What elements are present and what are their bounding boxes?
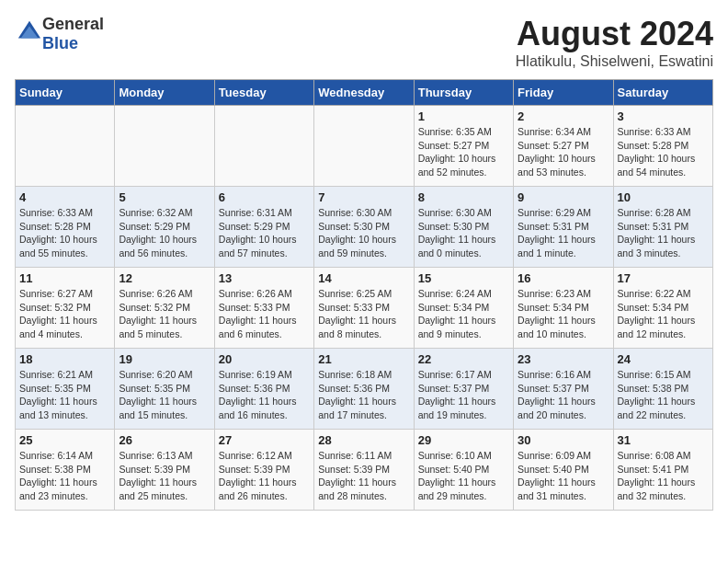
cell-info: Sunrise: 6:18 AM Sunset: 5:36 PM Dayligh… <box>318 368 409 422</box>
calendar-cell: 6Sunrise: 6:31 AM Sunset: 5:29 PM Daylig… <box>214 187 313 268</box>
day-number: 28 <box>318 433 409 447</box>
calendar-cell: 3Sunrise: 6:33 AM Sunset: 5:28 PM Daylig… <box>613 106 712 187</box>
day-number: 2 <box>518 109 609 123</box>
cell-info: Sunrise: 6:33 AM Sunset: 5:28 PM Dayligh… <box>618 125 709 179</box>
day-number: 27 <box>219 433 310 447</box>
day-number: 1 <box>418 109 509 123</box>
calendar-table: SundayMondayTuesdayWednesdayThursdayFrid… <box>15 79 713 511</box>
cell-info: Sunrise: 6:19 AM Sunset: 5:36 PM Dayligh… <box>219 368 310 422</box>
calendar-cell: 13Sunrise: 6:26 AM Sunset: 5:33 PM Dayli… <box>214 268 313 349</box>
calendar-cell: 31Sunrise: 6:08 AM Sunset: 5:41 PM Dayli… <box>613 430 712 511</box>
calendar-cell: 14Sunrise: 6:25 AM Sunset: 5:33 PM Dayli… <box>314 268 414 349</box>
calendar-cell: 21Sunrise: 6:18 AM Sunset: 5:36 PM Dayli… <box>314 349 414 430</box>
logo-general-text: General <box>42 15 104 33</box>
calendar-cell: 11Sunrise: 6:27 AM Sunset: 5:32 PM Dayli… <box>16 268 115 349</box>
calendar-cell: 24Sunrise: 6:15 AM Sunset: 5:38 PM Dayli… <box>613 349 712 430</box>
weekday-header-saturday: Saturday <box>613 80 712 106</box>
day-number: 10 <box>618 190 709 204</box>
calendar-cell: 10Sunrise: 6:28 AM Sunset: 5:31 PM Dayli… <box>613 187 712 268</box>
cell-info: Sunrise: 6:10 AM Sunset: 5:40 PM Dayligh… <box>418 449 509 503</box>
day-number: 5 <box>119 190 210 204</box>
calendar-cell: 17Sunrise: 6:22 AM Sunset: 5:34 PM Dayli… <box>613 268 712 349</box>
cell-info: Sunrise: 6:16 AM Sunset: 5:37 PM Dayligh… <box>518 368 609 422</box>
calendar-subtitle: Hlatikulu, Shiselweni, Eswatini <box>516 53 713 70</box>
calendar-cell: 1Sunrise: 6:35 AM Sunset: 5:27 PM Daylig… <box>414 106 513 187</box>
calendar-cell: 22Sunrise: 6:17 AM Sunset: 5:37 PM Dayli… <box>414 349 513 430</box>
cell-info: Sunrise: 6:14 AM Sunset: 5:38 PM Dayligh… <box>19 449 110 503</box>
cell-info: Sunrise: 6:08 AM Sunset: 5:41 PM Dayligh… <box>618 449 709 503</box>
day-number: 14 <box>318 271 409 285</box>
calendar-week-row: 25Sunrise: 6:14 AM Sunset: 5:38 PM Dayli… <box>16 430 713 511</box>
cell-info: Sunrise: 6:24 AM Sunset: 5:34 PM Dayligh… <box>418 287 509 341</box>
calendar-cell: 16Sunrise: 6:23 AM Sunset: 5:34 PM Dayli… <box>514 268 613 349</box>
calendar-week-row: 4Sunrise: 6:33 AM Sunset: 5:28 PM Daylig… <box>16 187 713 268</box>
calendar-cell: 27Sunrise: 6:12 AM Sunset: 5:39 PM Dayli… <box>214 430 313 511</box>
calendar-cell: 25Sunrise: 6:14 AM Sunset: 5:38 PM Dayli… <box>16 430 115 511</box>
cell-info: Sunrise: 6:29 AM Sunset: 5:31 PM Dayligh… <box>518 206 609 260</box>
day-number: 30 <box>518 433 609 447</box>
logo: General Blue <box>15 15 104 53</box>
day-number: 17 <box>618 271 709 285</box>
cell-info: Sunrise: 6:27 AM Sunset: 5:32 PM Dayligh… <box>19 287 110 341</box>
logo-icon <box>17 19 42 45</box>
day-number: 21 <box>318 352 409 366</box>
title-block: August 2024 Hlatikulu, Shiselweni, Eswat… <box>516 15 713 70</box>
calendar-cell: 8Sunrise: 6:30 AM Sunset: 5:30 PM Daylig… <box>414 187 513 268</box>
day-number: 18 <box>19 352 110 366</box>
calendar-cell: 19Sunrise: 6:20 AM Sunset: 5:35 PM Dayli… <box>115 349 214 430</box>
calendar-cell: 26Sunrise: 6:13 AM Sunset: 5:39 PM Dayli… <box>115 430 214 511</box>
cell-info: Sunrise: 6:32 AM Sunset: 5:29 PM Dayligh… <box>119 206 210 260</box>
day-number: 31 <box>618 433 709 447</box>
day-number: 3 <box>618 109 709 123</box>
weekday-header-sunday: Sunday <box>16 80 115 106</box>
day-number: 20 <box>219 352 310 366</box>
logo-blue-text: Blue <box>42 34 78 52</box>
calendar-cell: 12Sunrise: 6:26 AM Sunset: 5:32 PM Dayli… <box>115 268 214 349</box>
cell-info: Sunrise: 6:11 AM Sunset: 5:39 PM Dayligh… <box>318 449 409 503</box>
cell-info: Sunrise: 6:30 AM Sunset: 5:30 PM Dayligh… <box>418 206 509 260</box>
weekday-header-wednesday: Wednesday <box>314 80 414 106</box>
day-number: 7 <box>318 190 409 204</box>
calendar-cell <box>214 106 313 187</box>
cell-info: Sunrise: 6:33 AM Sunset: 5:28 PM Dayligh… <box>19 206 110 260</box>
calendar-cell: 20Sunrise: 6:19 AM Sunset: 5:36 PM Dayli… <box>214 349 313 430</box>
day-number: 19 <box>119 352 210 366</box>
calendar-cell <box>16 106 115 187</box>
cell-info: Sunrise: 6:34 AM Sunset: 5:27 PM Dayligh… <box>518 125 609 179</box>
day-number: 8 <box>418 190 509 204</box>
cell-info: Sunrise: 6:20 AM Sunset: 5:35 PM Dayligh… <box>119 368 210 422</box>
calendar-cell: 29Sunrise: 6:10 AM Sunset: 5:40 PM Dayli… <box>414 430 513 511</box>
day-number: 22 <box>418 352 509 366</box>
cell-info: Sunrise: 6:09 AM Sunset: 5:40 PM Dayligh… <box>518 449 609 503</box>
weekday-header-monday: Monday <box>115 80 214 106</box>
calendar-week-row: 11Sunrise: 6:27 AM Sunset: 5:32 PM Dayli… <box>16 268 713 349</box>
calendar-cell: 5Sunrise: 6:32 AM Sunset: 5:29 PM Daylig… <box>115 187 214 268</box>
calendar-cell: 9Sunrise: 6:29 AM Sunset: 5:31 PM Daylig… <box>514 187 613 268</box>
calendar-week-row: 18Sunrise: 6:21 AM Sunset: 5:35 PM Dayli… <box>16 349 713 430</box>
calendar-cell: 18Sunrise: 6:21 AM Sunset: 5:35 PM Dayli… <box>16 349 115 430</box>
day-number: 24 <box>618 352 709 366</box>
calendar-cell: 23Sunrise: 6:16 AM Sunset: 5:37 PM Dayli… <box>514 349 613 430</box>
cell-info: Sunrise: 6:13 AM Sunset: 5:39 PM Dayligh… <box>119 449 210 503</box>
cell-info: Sunrise: 6:12 AM Sunset: 5:39 PM Dayligh… <box>219 449 310 503</box>
cell-info: Sunrise: 6:22 AM Sunset: 5:34 PM Dayligh… <box>618 287 709 341</box>
calendar-cell <box>115 106 214 187</box>
weekday-header-tuesday: Tuesday <box>214 80 313 106</box>
calendar-cell: 28Sunrise: 6:11 AM Sunset: 5:39 PM Dayli… <box>314 430 414 511</box>
cell-info: Sunrise: 6:26 AM Sunset: 5:32 PM Dayligh… <box>119 287 210 341</box>
cell-info: Sunrise: 6:21 AM Sunset: 5:35 PM Dayligh… <box>19 368 110 422</box>
weekday-header-friday: Friday <box>514 80 613 106</box>
day-number: 9 <box>518 190 609 204</box>
day-number: 26 <box>119 433 210 447</box>
cell-info: Sunrise: 6:15 AM Sunset: 5:38 PM Dayligh… <box>618 368 709 422</box>
day-number: 6 <box>219 190 310 204</box>
cell-info: Sunrise: 6:17 AM Sunset: 5:37 PM Dayligh… <box>418 368 509 422</box>
cell-info: Sunrise: 6:23 AM Sunset: 5:34 PM Dayligh… <box>518 287 609 341</box>
day-number: 15 <box>418 271 509 285</box>
weekday-header-row: SundayMondayTuesdayWednesdayThursdayFrid… <box>16 80 713 106</box>
day-number: 29 <box>418 433 509 447</box>
weekday-header-thursday: Thursday <box>414 80 513 106</box>
day-number: 11 <box>19 271 110 285</box>
day-number: 16 <box>518 271 609 285</box>
calendar-cell <box>314 106 414 187</box>
